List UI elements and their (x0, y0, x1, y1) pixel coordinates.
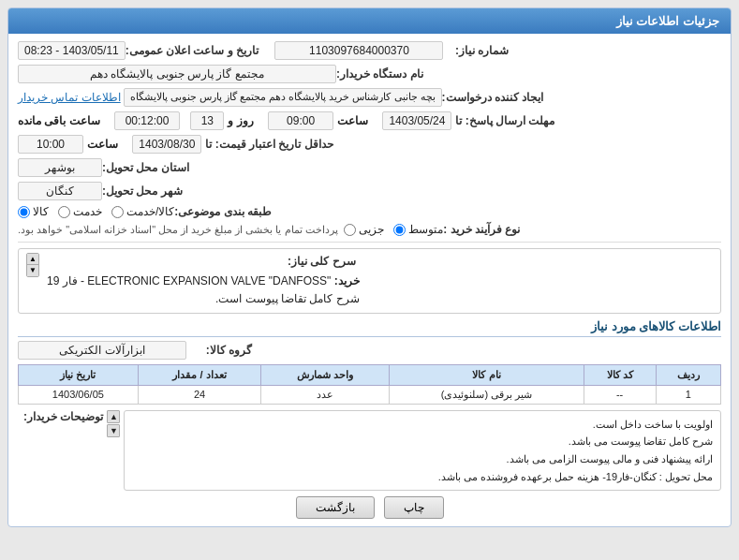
category-radio-group: کالا/خدمت خدمت کالا (18, 205, 174, 218)
buyer-value: مجتمع گاز پارس جنوبی پالایشگاه دهم (18, 65, 336, 83)
table-row: 1--شیر برقی (سلنوئیدی)عدد241403/06/05 (19, 385, 721, 404)
spinner-up[interactable]: ▲ (27, 254, 38, 265)
category-option-khedmat[interactable]: خدمت (58, 205, 102, 218)
cell-row: 1 (656, 385, 720, 404)
buyer-notes-box: اولویت با ساخت داخل است.شرح کامل تقاضا پ… (124, 410, 721, 492)
response-remaining: 00:12:00 (114, 111, 180, 130)
purchase-option-mutavasset[interactable]: متوسط (393, 223, 443, 236)
category-radio-kala[interactable] (18, 206, 30, 218)
need-number-label: شماره نیاز: (443, 44, 509, 57)
buttons-row: چاپ بازگشت (18, 496, 721, 519)
panel-title: جزئیات اطلاعات نیاز (616, 14, 719, 28)
purchase-radio-jozi[interactable] (344, 224, 356, 236)
buyer-notes-title: توضیحات خریدار: (23, 410, 103, 423)
purchase-type-group: متوسط جزیی (344, 223, 443, 236)
response-time-label: ساعت (337, 114, 368, 127)
need-note: شرح کامل تقاضا پیوست است. (215, 292, 360, 305)
purchase-note: پرداخت تمام یا بخشی از مبلغ خرید از محل … (18, 224, 338, 236)
category-label: طبقه بندی موضوعی: (174, 205, 272, 218)
creator-link[interactable]: اطلاعات تماس خریدار (18, 91, 121, 104)
purchase-radio-mutavasset[interactable] (393, 224, 406, 236)
scroll-up-btn[interactable]: ▲ (107, 410, 120, 423)
category-option-label-kala: کالا (33, 205, 49, 218)
category-radio-khedmat[interactable] (58, 206, 70, 218)
note-line: ارائه پیشنهاد فنی و مالی پیوست الزامی می… (438, 450, 713, 468)
purchase-type-label: نوع فرآیند خرید : (443, 223, 520, 236)
category-option-label-khedmat: خدمت (73, 205, 102, 218)
cell-unit: عدد (261, 385, 390, 404)
category-option-label-kala-khedmat: کالا/خدمت (126, 205, 174, 218)
purchase-option-label-mutavasset: متوسط (408, 223, 443, 236)
goods-group-value: ابزارآلات الکتریکی (18, 341, 186, 360)
city-value: کنگان (18, 182, 102, 200)
spinner-down[interactable]: ▼ (27, 265, 38, 276)
need-desc-title: سرح کلی نیاز: (288, 255, 356, 268)
goods-group-label: گروه کالا: (186, 344, 252, 357)
response-time: 09:00 (268, 111, 333, 130)
print-button[interactable]: چاپ (384, 496, 444, 519)
date-value: 1403/05/11 - 08:23 (18, 41, 126, 60)
scroll-down-btn[interactable]: ▼ (107, 424, 120, 437)
need-content-label: خرید: (334, 274, 360, 287)
category-option-kala[interactable]: کالا (18, 205, 49, 218)
date-label: تاریخ و ساعت اعلان عمومی: (126, 44, 259, 57)
need-number-value: 1103097684000370 (274, 41, 443, 60)
cell-quantity: 24 (138, 385, 261, 404)
category-radio-kala-khedmat[interactable] (111, 206, 124, 218)
response-remaining-label: ساعت باقی مانده (18, 114, 100, 127)
city-label: شهر محل تحویل: (102, 184, 183, 198)
province-label: استان محل تحویل: (102, 161, 189, 174)
notes-scroll[interactable]: ▲ ▼ (107, 410, 120, 437)
col-name: نام کالا (390, 364, 584, 385)
panel-header: جزئیات اطلاعات نیاز (8, 8, 731, 34)
creator-value: بچه جانبی کارشناس خرید پالایشگاه دهم مجت… (124, 88, 442, 107)
note-line: اولویت با ساخت داخل است. (438, 416, 713, 434)
col-code: کد کالا (584, 364, 656, 385)
validity-date: 1403/08/30 (132, 135, 201, 154)
purchase-option-label-jozi: جزیی (359, 223, 384, 236)
province-value: بوشهر (18, 158, 102, 177)
buyer-label: نام دستگاه خریدار: (336, 67, 423, 81)
goods-info-title: اطلاعات کالاهای مورد نیاز (18, 319, 721, 337)
need-desc-spinner[interactable]: ▲ ▼ (26, 253, 39, 277)
response-deadline-label: مهلت ارسال پاسخ: تا (455, 114, 554, 127)
need-content-value: "ELECTRONIC EXPANSION VALVE "DANFOSS - ف… (47, 274, 331, 287)
validity-time: 10:00 (18, 135, 83, 154)
validity-time-label: ساعت (87, 138, 118, 151)
response-date: 1403/05/24 (382, 111, 451, 130)
col-unit: واحد شمارش (261, 364, 390, 385)
creator-label: ایجاد کننده درخواست: (442, 91, 544, 104)
items-table: ردیف کد کالا نام کالا واحد شمارش تعداد /… (18, 364, 721, 405)
response-day-label: روز و (228, 114, 253, 127)
col-date: تاریخ نیاز (19, 364, 139, 385)
response-days: 13 (190, 111, 224, 130)
purchase-option-jozi[interactable]: جزیی (344, 223, 384, 236)
category-option-kala-khedmat[interactable]: کالا/خدمت (111, 205, 174, 218)
need-desc-box: سرح کلی نیاز: خرید: "ELECTRONIC EXPANSIO… (18, 248, 721, 314)
col-row: ردیف (656, 364, 720, 385)
note-line: شرح کامل تقاضا پیوست می باشد. (438, 433, 713, 450)
col-qty: تعداد / مقدار (138, 364, 261, 385)
back-button[interactable]: بازگشت (296, 496, 375, 519)
validity-label: حداقل تاریخ اعتبار قیمت: تا (205, 138, 333, 151)
cell-date: 1403/06/05 (19, 385, 139, 404)
note-line: محل تحویل : کنگان-فار19- هزینه حمل برعهد… (438, 468, 713, 486)
cell-code: -- (584, 385, 656, 404)
cell-name: شیر برقی (سلنوئیدی) (390, 385, 584, 404)
